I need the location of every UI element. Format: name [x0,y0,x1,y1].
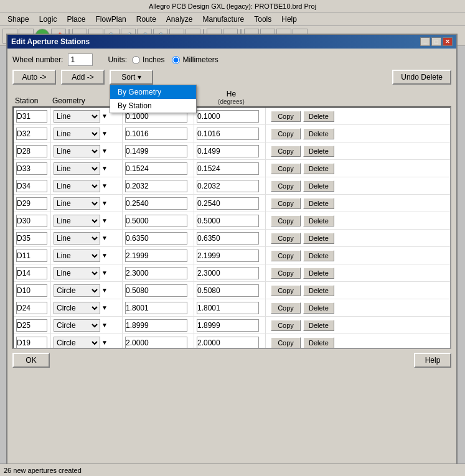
delete-button-11[interactable]: Delete [303,302,334,314]
delete-button-5[interactable]: Delete [303,198,334,209]
height-input-3[interactable] [197,162,259,175]
close-button[interactable]: ✕ [443,37,453,46]
width-input-8[interactable] [125,250,187,262]
station-input-0[interactable] [16,110,47,123]
width-input-12[interactable] [125,319,187,332]
geometry-select-3[interactable]: Line Circle Rectangle Square Oblong [54,162,100,175]
sort-button[interactable]: Sort ▾ [110,70,153,85]
geometry-select-2[interactable]: Line Circle Rectangle Square Oblong [54,145,100,157]
restore-button[interactable]: □ [431,37,441,46]
menu-manufacture[interactable]: Manufacture [198,14,250,25]
geometry-select-12[interactable]: Line Circle Rectangle Square Oblong [54,319,100,332]
inches-option[interactable]: Inches [132,55,164,64]
width-input-3[interactable] [125,162,187,175]
menu-route[interactable]: Route [131,14,161,25]
height-input-5[interactable] [197,197,259,210]
height-input-0[interactable] [197,110,259,123]
geometry-select-4[interactable]: Line Circle Rectangle Square Oblong [54,180,100,192]
delete-button-3[interactable]: Delete [303,163,334,174]
geometry-select-0[interactable]: Line Circle Rectangle Square Oblong [54,110,100,123]
menu-help[interactable]: Help [276,14,302,25]
width-input-6[interactable] [125,215,187,227]
add-button[interactable]: Add -> [61,70,105,85]
geometry-select-9[interactable]: Line Circle Rectangle Square Oblong [54,267,100,279]
sort-by-geometry[interactable]: By Geometry [110,85,196,99]
copy-button-9[interactable]: Copy [271,268,301,279]
width-input-5[interactable] [125,197,187,210]
station-input-5[interactable] [16,197,47,210]
delete-button-2[interactable]: Delete [303,146,334,157]
station-input-7[interactable] [16,232,47,245]
delete-button-10[interactable]: Delete [303,285,334,296]
menu-shape[interactable]: Shape [2,14,34,25]
station-input-1[interactable] [16,128,47,140]
geometry-select-7[interactable]: Line Circle Rectangle Square Oblong [54,232,100,245]
copy-button-0[interactable]: Copy [271,111,301,122]
ok-button[interactable]: OK [12,353,50,368]
width-input-2[interactable] [125,145,187,157]
width-input-10[interactable] [125,284,187,297]
station-input-8[interactable] [16,250,47,262]
station-input-2[interactable] [16,145,47,157]
delete-button-12[interactable]: Delete [303,320,334,331]
station-input-3[interactable] [16,162,47,175]
undo-delete-button[interactable]: Undo Delete [392,70,451,85]
delete-button-9[interactable]: Delete [303,268,334,279]
wheel-number-input[interactable] [68,54,93,66]
height-input-9[interactable] [197,267,259,279]
station-input-9[interactable] [16,267,47,279]
width-input-4[interactable] [125,180,187,192]
menu-tools[interactable]: Tools [249,14,276,25]
width-input-11[interactable] [125,302,187,314]
millimeters-radio[interactable] [172,56,180,64]
station-input-4[interactable] [16,180,47,192]
height-input-11[interactable] [197,302,259,314]
copy-button-12[interactable]: Copy [271,320,301,331]
geometry-select-5[interactable]: Line Circle Rectangle Square Oblong [54,197,100,210]
millimeters-option[interactable]: Millimeters [172,55,218,64]
delete-button-8[interactable]: Delete [303,250,334,261]
geometry-select-10[interactable]: Line Circle Rectangle Square Oblong [54,284,100,297]
geometry-select-6[interactable]: Line Circle Rectangle Square Oblong [54,215,100,227]
copy-button-2[interactable]: Copy [271,146,301,157]
station-input-12[interactable] [16,319,47,332]
geometry-select-1[interactable]: Line Circle Rectangle Square Oblong [54,128,100,140]
height-input-8[interactable] [197,250,259,262]
station-input-13[interactable] [16,337,47,349]
width-input-9[interactable] [125,267,187,279]
delete-button-6[interactable]: Delete [303,215,334,226]
delete-button-13[interactable]: Delete [303,337,334,348]
copy-button-5[interactable]: Copy [271,198,301,209]
height-input-4[interactable] [197,180,259,192]
height-input-12[interactable] [197,319,259,332]
copy-button-4[interactable]: Copy [271,180,301,192]
geometry-select-8[interactable]: Line Circle Rectangle Square Oblong [54,250,100,262]
copy-button-11[interactable]: Copy [271,302,301,314]
copy-button-10[interactable]: Copy [271,285,301,296]
menu-place[interactable]: Place [62,14,90,25]
height-input-10[interactable] [197,284,259,297]
copy-button-1[interactable]: Copy [271,128,301,139]
station-input-10[interactable] [16,284,47,297]
copy-button-3[interactable]: Copy [271,163,301,174]
delete-button-1[interactable]: Delete [303,128,334,139]
delete-button-0[interactable]: Delete [303,111,334,122]
copy-button-13[interactable]: Copy [271,337,301,348]
height-input-1[interactable] [197,128,259,140]
auto-button[interactable]: Auto -> [12,70,56,85]
menu-flowplan[interactable]: FlowPlan [90,14,131,25]
copy-button-8[interactable]: Copy [271,250,301,261]
delete-button-4[interactable]: Delete [303,180,334,192]
menu-logic[interactable]: Logic [34,14,62,25]
geometry-select-11[interactable]: Line Circle Rectangle Square Oblong [54,302,100,314]
station-input-6[interactable] [16,215,47,227]
height-input-7[interactable] [197,232,259,245]
station-input-11[interactable] [16,302,47,314]
geometry-select-13[interactable]: Line Circle Rectangle Square Oblong [54,337,100,349]
width-input-13[interactable] [125,337,187,349]
help-button[interactable]: Help [414,353,451,368]
copy-button-7[interactable]: Copy [271,233,301,244]
sort-by-station[interactable]: By Station [110,99,196,113]
copy-button-6[interactable]: Copy [271,215,301,226]
height-input-2[interactable] [197,145,259,157]
